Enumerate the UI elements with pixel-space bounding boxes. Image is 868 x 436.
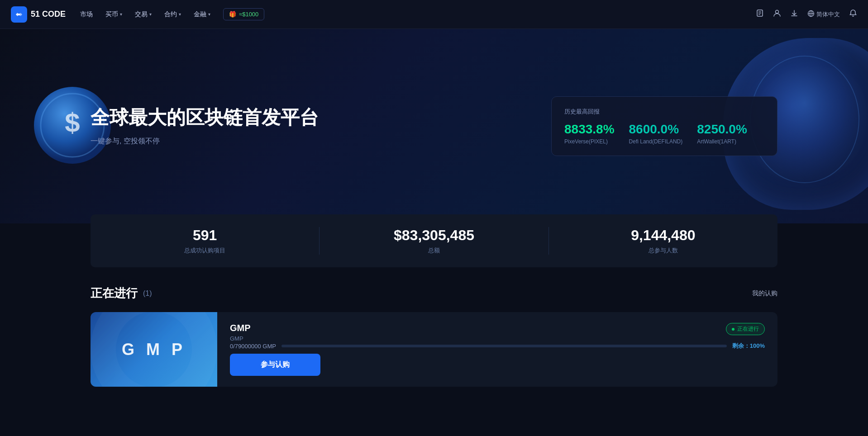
section-count: (1) xyxy=(143,289,152,298)
nav-contract[interactable]: 合约 ▾ xyxy=(164,10,181,19)
hero-subtitle: 一键参与, 空投领不停 xyxy=(91,137,319,146)
strip-label-2: 总参与人数 xyxy=(549,246,777,255)
numbers-strip: 591 总成功认购项目 $83,305,485 总额 9,144,480 总参与… xyxy=(91,214,777,267)
nav-buy[interactable]: 买币 ▾ xyxy=(105,10,122,19)
user-icon[interactable] xyxy=(773,9,781,19)
card-image: G M P xyxy=(91,312,217,387)
nav-right: 简体中文 xyxy=(756,9,857,19)
strip-value-0: 591 xyxy=(91,227,319,244)
nav-market[interactable]: 市场 xyxy=(80,10,93,19)
card-title-block: GMP GMP xyxy=(230,323,251,342)
section-title-row: 正在进行 (1) xyxy=(91,285,152,301)
nav-links: 市场 买币 ▾ 交易 ▾ 合约 ▾ 金融 ▾ 🎁 ≈$1000 xyxy=(80,8,756,20)
section-header: 正在进行 (1) 我的认购 xyxy=(91,285,777,301)
status-label: 正在进行 xyxy=(737,325,759,333)
progress-bar xyxy=(281,345,727,347)
progress-text: 0/79000000 GMP xyxy=(230,343,276,350)
nav-finance[interactable]: 金融 ▾ xyxy=(194,10,210,19)
card-symbol: GMP xyxy=(230,335,251,342)
svg-point-4 xyxy=(776,10,779,14)
stats-label-0: PixeVerse(PIXEL) xyxy=(564,138,615,145)
download-icon[interactable] xyxy=(790,9,798,19)
strip-label-0: 总成功认购项目 xyxy=(91,246,319,255)
strip-value-1: $83,305,485 xyxy=(320,227,548,244)
card-progress-section: 0/79000000 GMP 剩余：100% 参与认购 xyxy=(230,342,765,376)
hero-content: 全球最大的区块链首发平台 一键参与, 空投领不停 xyxy=(0,106,409,146)
card-name: GMP xyxy=(230,323,251,333)
strip-item-2: 9,144,480 总参与人数 xyxy=(548,227,777,255)
progress-remaining: 剩余：100% xyxy=(732,342,765,350)
card-progress-row: 0/79000000 GMP 剩余：100% xyxy=(230,342,765,350)
card-image-text: G M P xyxy=(122,340,186,359)
participate-button[interactable]: 参与认购 xyxy=(230,354,320,376)
card-body: GMP GMP 正在进行 0/79000000 GMP 剩余：100% xyxy=(217,312,777,387)
ongoing-section: 正在进行 (1) 我的认购 G M P GMP GMP 正在进行 0/7 xyxy=(0,267,868,405)
logo-text: 51 CODE xyxy=(31,9,66,19)
bell-icon[interactable] xyxy=(849,9,857,19)
navbar: 51 CODE 市场 买币 ▾ 交易 ▾ 合约 ▾ 金融 ▾ 🎁 ≈$1000 xyxy=(0,0,868,29)
strip-label-1: 总额 xyxy=(320,246,548,255)
chevron-down-icon: ▾ xyxy=(208,12,210,17)
logo[interactable]: 51 CODE xyxy=(11,6,66,23)
stats-card-row: 8833.8% PixeVerse(PIXEL) 8600.0% Defi La… xyxy=(564,123,764,145)
stats-label-2: ArtWallet(1ART) xyxy=(697,138,747,145)
project-card: G M P GMP GMP 正在进行 0/79000000 GMP xyxy=(91,312,777,387)
globe-icon xyxy=(807,10,815,19)
stats-value-2: 8250.0% xyxy=(697,123,747,136)
stats-card: 历史最高回报 8833.8% PixeVerse(PIXEL) 8600.0% … xyxy=(551,96,777,156)
strip-value-2: 9,144,480 xyxy=(549,227,777,244)
chevron-down-icon: ▾ xyxy=(179,12,181,17)
stats-item-1: 8600.0% Defi Land(DEFILAND) xyxy=(629,123,683,145)
lang-switcher[interactable]: 简体中文 xyxy=(807,10,840,19)
gift-icon: 🎁 xyxy=(229,11,236,18)
nav-trade[interactable]: 交易 ▾ xyxy=(135,10,152,19)
status-badge: 正在进行 xyxy=(726,323,765,335)
card-bottom: 参与认购 xyxy=(230,354,765,376)
strip-item-0: 591 总成功认购项目 xyxy=(91,227,319,255)
hero-title: 全球最大的区块链首发平台 xyxy=(91,106,319,129)
logo-icon xyxy=(11,6,27,23)
stats-label-1: Defi Land(DEFILAND) xyxy=(629,138,683,145)
document-icon[interactable] xyxy=(756,9,764,19)
status-dot xyxy=(732,328,734,331)
stats-item-2: 8250.0% ArtWallet(1ART) xyxy=(697,123,747,145)
stats-value-0: 8833.8% xyxy=(564,123,615,136)
strip-item-1: $83,305,485 总额 xyxy=(319,227,548,255)
stats-item-0: 8833.8% PixeVerse(PIXEL) xyxy=(564,123,615,145)
hero-section: $ 全球最大的区块链首发平台 一键参与, 空投领不停 历史最高回报 8833. xyxy=(0,29,868,223)
my-subscription-link[interactable]: 我的认购 xyxy=(752,289,777,298)
gift-button[interactable]: 🎁 ≈$1000 xyxy=(223,8,264,20)
stats-value-1: 8600.0% xyxy=(629,123,683,136)
card-top: GMP GMP 正在进行 xyxy=(230,323,765,342)
section-title: 正在进行 xyxy=(91,285,138,301)
stats-card-title: 历史最高回报 xyxy=(564,108,764,116)
chevron-down-icon: ▾ xyxy=(120,12,122,17)
chevron-down-icon: ▾ xyxy=(149,12,152,17)
